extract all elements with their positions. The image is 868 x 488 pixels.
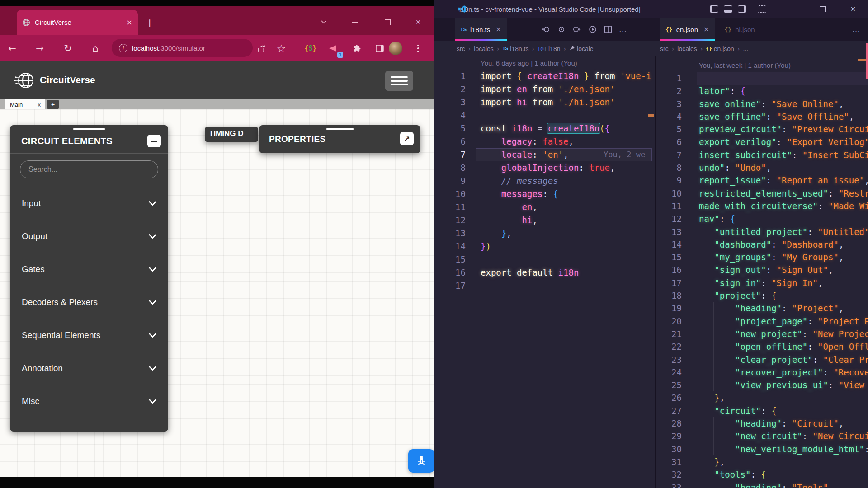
minimize-panel-button[interactable] — [147, 135, 161, 147]
breadcrumb-item[interactable]: src — [660, 45, 669, 52]
add-circuit-button[interactable]: + — [47, 100, 59, 109]
editor-i18n-ts[interactable]: You, 6 days ago | 1 author (You) 1import… — [434, 56, 655, 488]
share-icon[interactable] — [255, 42, 268, 55]
forward-icon[interactable]: → — [33, 42, 47, 55]
code-line: 24"recover_project": "Recove — [656, 366, 868, 379]
drag-handle[interactable] — [73, 128, 105, 130]
code-line: 29"new_circuit": "New Circui — [656, 430, 868, 442]
breadcrumb-item[interactable]: src — [457, 45, 465, 52]
change-dot-icon[interactable] — [557, 25, 566, 33]
circuit-tab-close[interactable]: x — [38, 101, 41, 108]
vscode-maximize-button[interactable] — [812, 0, 833, 18]
tab-search-icon[interactable] — [316, 16, 331, 28]
site-info-icon[interactable]: i — [119, 44, 127, 52]
right-editor-tabs: {} en.json × {} hi.json … — [655, 18, 868, 41]
breadcrumb-item[interactable]: ... — [743, 45, 749, 52]
line-number: 25 — [656, 379, 682, 391]
code-line: 4 — [434, 109, 655, 122]
hamburger-menu-icon[interactable] — [385, 71, 413, 91]
prev-change-icon[interactable] — [542, 25, 551, 34]
element-search-input[interactable] — [20, 160, 158, 178]
category-annotation[interactable]: Annotation — [10, 352, 168, 385]
extension-arrow-icon[interactable]: 1 — [326, 42, 340, 55]
breadcrumb-label: ... — [743, 45, 749, 52]
reload-icon[interactable]: ↻ — [61, 42, 75, 55]
tab-close-icon[interactable]: × — [127, 18, 132, 27]
code-line: 31}, — [656, 455, 868, 468]
browser-close-button[interactable]: × — [410, 16, 426, 28]
code-line: 21"new_project": "New Projec — [656, 328, 868, 340]
line-number: 4 — [656, 110, 682, 123]
category-sequential-elements[interactable]: Sequential Elements — [10, 319, 168, 352]
report-bug-button[interactable] — [408, 449, 434, 473]
line-number: 19 — [656, 302, 682, 314]
bookmark-star-icon[interactable]: ☆ — [274, 42, 288, 55]
browser-maximize-button[interactable] — [380, 16, 395, 28]
expand-panel-button[interactable]: ↗ — [400, 132, 414, 145]
breadcrumb-separator: › — [468, 45, 471, 52]
side-panel-icon[interactable] — [373, 42, 387, 55]
more-actions-icon[interactable]: … — [619, 25, 627, 34]
code-line: 22"open_offline": "Open Offl — [656, 340, 868, 353]
extensions-puzzle-icon[interactable] — [350, 42, 364, 55]
editor-en-json[interactable]: You, last week | 1 author (You) 12lator"… — [656, 56, 868, 488]
vscode-minimize-button[interactable] — [781, 0, 802, 18]
category-output[interactable]: Output — [10, 220, 168, 253]
bug-icon — [416, 455, 427, 466]
vscode-close-button[interactable]: × — [843, 0, 863, 18]
back-icon[interactable]: ← — [5, 42, 19, 55]
tab-en-json[interactable]: {} en.json × — [660, 18, 715, 41]
tab-close-icon[interactable]: × — [703, 25, 709, 33]
line-number: 14 — [656, 238, 682, 251]
simulator-canvas[interactable]: TIMING D PROPERTIES ↗ CIRCUIT ELEMENTS I… — [0, 109, 434, 477]
circuit-tab-main[interactable]: Main x — [5, 99, 45, 109]
breadcrumb-item[interactable]: locales — [677, 45, 697, 52]
next-change-icon[interactable] — [572, 25, 581, 34]
toggle-sidebar-icon[interactable] — [710, 5, 718, 13]
breadcrumb-item[interactable]: locales — [474, 45, 494, 52]
browser-minimize-button[interactable] — [347, 16, 362, 28]
code-line: 20"project_page": "Project P — [656, 315, 868, 328]
browser-tab[interactable]: CircuitVerse × — [17, 10, 138, 35]
code-line: 32"tools": { — [656, 468, 868, 481]
code-line: 10restricted_elements_used": "Restr — [656, 187, 868, 200]
toggle-panel-icon[interactable] — [724, 5, 732, 13]
line-number: 12 — [656, 212, 682, 225]
avatar[interactable] — [389, 42, 402, 55]
timing-diagram-panel[interactable]: TIMING D — [205, 127, 258, 142]
properties-panel[interactable]: PROPERTIES ↗ — [259, 125, 420, 153]
more-tabs-icon[interactable]: … — [852, 25, 860, 34]
editor-tab-bar: TS i18n.ts × … {} en.json × — [434, 18, 868, 41]
line-number: 24 — [656, 366, 682, 379]
home-icon[interactable]: ⌂ — [89, 42, 102, 55]
customize-layout-icon[interactable] — [758, 5, 766, 13]
new-tab-button[interactable]: + — [143, 16, 156, 30]
breadcrumb-item[interactable]: TSi18n.ts — [502, 45, 528, 52]
browser-menu-icon[interactable] — [411, 42, 425, 55]
breadcrumb-item[interactable]: [@]i18n — [538, 45, 560, 52]
circuit-elements-panel[interactable]: CIRCUIT ELEMENTS InputOutputGatesDecoder… — [10, 125, 168, 432]
typescript-icon: TS — [502, 46, 508, 51]
category-label: Decoders & Plexers — [22, 297, 98, 307]
breadcrumb-item[interactable]: locale — [569, 45, 594, 52]
run-file-icon[interactable] — [588, 25, 597, 34]
drag-handle[interactable] — [326, 128, 354, 130]
line-number: 31 — [656, 455, 682, 468]
category-label: Output — [22, 231, 47, 241]
url-bar[interactable]: i localhost:3000/simulator — [112, 39, 253, 57]
breadcrumb-separator: › — [700, 45, 703, 52]
breadcrumb-label: locales — [474, 45, 494, 52]
category-misc[interactable]: Misc — [10, 385, 168, 418]
breadcrumb-item[interactable]: {}en.json — [706, 45, 734, 52]
tab-i18n-ts[interactable]: TS i18n.ts × — [455, 18, 507, 41]
extension-stylus-icon[interactable]: {S} — [304, 42, 317, 55]
category-decoders-plexers[interactable]: Decoders & Plexers — [10, 286, 168, 319]
toggle-secondary-sidebar-icon[interactable] — [738, 5, 746, 13]
tab-hi-json[interactable]: {} hi.json — [719, 18, 760, 41]
split-editor-icon[interactable] — [604, 25, 612, 33]
category-gates[interactable]: Gates — [10, 253, 168, 286]
line-number: 30 — [656, 443, 682, 455]
tab-close-icon[interactable]: × — [495, 25, 501, 33]
code-line: 17"sign_in": "Sign In", — [656, 277, 868, 289]
category-input[interactable]: Input — [10, 187, 168, 220]
